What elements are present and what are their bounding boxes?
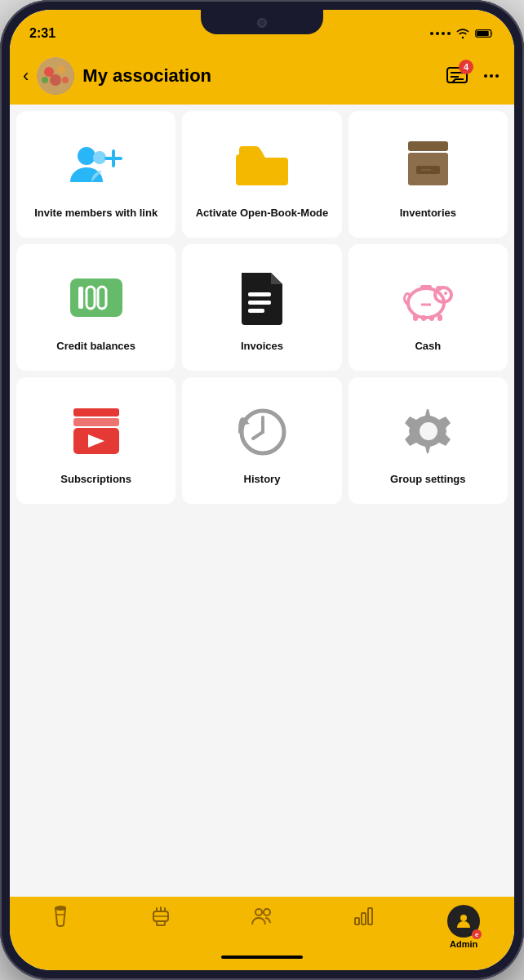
svg-rect-34 — [421, 315, 426, 321]
svg-rect-18 — [408, 141, 448, 151]
cash-icon — [398, 272, 457, 323]
nav-drinks[interactable] — [10, 905, 111, 929]
invite-members-item[interactable]: Invite members with link — [16, 111, 175, 238]
back-button[interactable]: ‹ — [23, 65, 29, 87]
svg-point-6 — [42, 77, 48, 83]
openbook-label: Activate Open-Book-Mode — [196, 207, 329, 220]
subscriptions-label: Subscriptions — [60, 473, 131, 487]
invite-members-icon-area — [64, 131, 129, 197]
svg-rect-24 — [87, 287, 95, 309]
invite-members-label: Invite members with link — [34, 207, 158, 220]
svg-rect-23 — [78, 287, 83, 309]
members-icon — [251, 905, 273, 928]
wifi-icon — [455, 28, 470, 39]
openbook-icon — [233, 138, 291, 191]
notch — [201, 10, 323, 34]
history-item[interactable]: History — [182, 377, 341, 504]
credit-balances-icon-area — [64, 265, 129, 330]
group-settings-icon-area — [395, 398, 460, 463]
invoices-icon-area — [229, 265, 295, 330]
status-time: 2:31 — [29, 26, 56, 41]
svg-line-45 — [253, 432, 263, 439]
openbook-icon-area — [229, 131, 295, 197]
svg-point-48 — [420, 422, 437, 440]
svg-point-59 — [460, 915, 467, 921]
credit-balances-item[interactable]: Credit balances — [16, 244, 175, 371]
inventories-icon — [402, 138, 455, 191]
nav-food[interactable] — [111, 905, 212, 929]
cash-icon-area — [395, 265, 460, 330]
history-label: History — [244, 473, 281, 487]
more-icon — [482, 66, 501, 86]
svg-point-4 — [57, 65, 65, 74]
admin-icon-circle: e — [447, 905, 480, 938]
svg-rect-28 — [248, 309, 264, 313]
invite-icon — [67, 140, 126, 189]
invoices-label: Invoices — [241, 340, 283, 354]
credit-balances-label: Credit balances — [56, 340, 135, 354]
nav-stats[interactable] — [313, 905, 414, 929]
svg-point-29 — [408, 288, 444, 318]
svg-point-55 — [264, 909, 270, 915]
inventories-label: Inventories — [400, 207, 456, 220]
chat-button[interactable]: 4 — [446, 65, 468, 87]
inventories-icon-area — [395, 131, 460, 197]
svg-point-7 — [62, 77, 69, 83]
svg-rect-35 — [429, 315, 434, 321]
cup-icon — [49, 905, 72, 928]
svg-point-11 — [484, 74, 487, 78]
bottom-nav: e Admin — [10, 897, 514, 970]
svg-rect-25 — [98, 287, 106, 309]
svg-rect-1 — [477, 31, 489, 36]
admin-icon — [454, 911, 473, 931]
stats-icon — [352, 905, 375, 928]
svg-point-15 — [93, 151, 106, 164]
svg-rect-57 — [362, 913, 366, 924]
subscriptions-icon — [69, 405, 124, 456]
cash-label: Cash — [415, 340, 441, 354]
settings-icon — [402, 404, 455, 457]
nav-admin[interactable]: e Admin — [413, 905, 514, 949]
signal-dots — [430, 32, 451, 35]
credit-icon — [67, 275, 126, 320]
nav-admin-label: Admin — [450, 939, 477, 949]
svg-rect-53 — [157, 921, 165, 925]
svg-rect-56 — [355, 918, 359, 924]
svg-rect-58 — [368, 908, 372, 924]
history-icon-area — [229, 398, 295, 463]
svg-point-31 — [436, 286, 442, 291]
svg-rect-40 — [73, 418, 119, 426]
page-title: My association — [82, 65, 437, 87]
phone-frame: 2:31 — [0, 0, 524, 980]
svg-point-37 — [444, 292, 447, 295]
svg-rect-36 — [437, 314, 442, 321]
app-header: ‹ My association — [10, 51, 514, 105]
main-content: Invite members with link Activate Open- — [10, 105, 514, 897]
avatar[interactable] — [37, 57, 74, 95]
svg-point-13 — [495, 74, 499, 78]
svg-rect-22 — [70, 278, 122, 317]
svg-rect-39 — [73, 408, 119, 416]
camera — [257, 18, 267, 28]
more-button[interactable] — [482, 66, 501, 86]
history-icon — [235, 404, 288, 457]
svg-point-54 — [255, 909, 262, 915]
inventories-item[interactable]: Inventories — [349, 111, 508, 238]
svg-rect-33 — [413, 314, 418, 321]
cash-item[interactable]: Cash — [349, 244, 508, 371]
food-icon — [149, 905, 172, 928]
invoices-item[interactable]: Invoices — [182, 244, 341, 371]
nav-members[interactable] — [211, 905, 313, 929]
status-icons — [430, 28, 495, 39]
battery-icon — [475, 29, 495, 38]
invoices-icon — [237, 270, 287, 325]
subscriptions-item[interactable]: Subscriptions — [16, 377, 175, 504]
header-actions: 4 — [446, 65, 501, 87]
openbook-item[interactable]: Activate Open-Book-Mode — [182, 111, 341, 238]
svg-rect-26 — [248, 292, 271, 296]
group-settings-item[interactable]: Group settings — [349, 377, 508, 504]
group-settings-label: Group settings — [390, 473, 465, 487]
svg-point-12 — [490, 74, 493, 78]
svg-point-14 — [78, 147, 95, 165]
menu-grid: Invite members with link Activate Open- — [16, 111, 508, 504]
